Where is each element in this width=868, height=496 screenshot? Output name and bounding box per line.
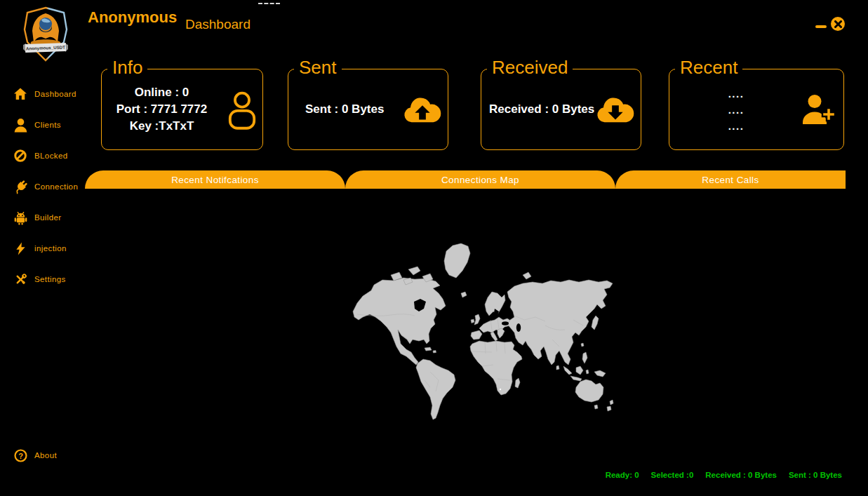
svg-text:?: ? (18, 451, 23, 460)
map-north-america (353, 278, 446, 365)
info-key: Key :TxTxT (130, 118, 194, 135)
question-icon: ? (13, 448, 28, 463)
tab-recent-notifications[interactable]: Recent Notifcations (85, 170, 345, 189)
sidebar-item-label: Clients (34, 121, 61, 129)
tab-connections-map[interactable]: Connections Map (345, 170, 615, 189)
cloud-download-icon (595, 93, 636, 126)
block-icon (13, 148, 28, 163)
person-outline-icon (227, 89, 257, 130)
map-south-america (416, 359, 455, 420)
recent-line: .... (728, 102, 745, 118)
map-australia (575, 380, 603, 402)
map-greenland (444, 243, 470, 278)
bolt-icon (13, 241, 28, 256)
person-icon (13, 117, 28, 133)
close-button[interactable] (831, 17, 845, 31)
recent-card: Recent .... .... .... (669, 69, 844, 150)
recent-line: .... (728, 118, 745, 134)
sent-value: Sent : 0 Bytes (305, 102, 384, 116)
tab-label: Connections Map (441, 175, 519, 185)
sidebar-item-label: Dashboard (34, 90, 76, 98)
android-icon (13, 210, 28, 225)
sidebar-item-about[interactable]: ? About (13, 447, 57, 464)
tab-label: Recent Calls (702, 175, 759, 185)
world-map (342, 241, 617, 421)
status-sent: Sent : 0 Bytes (789, 471, 842, 479)
received-value: Received : 0 Bytes (489, 102, 594, 116)
map-africa (470, 341, 522, 395)
sidebar-item-connection[interactable]: Connection (13, 178, 78, 195)
sidebar-item-label: Builder (34, 213, 62, 222)
app-window: Anonymous_USDT Anonymous Dashboard Dashb… (0, 0, 868, 496)
minimize-button[interactable] (815, 25, 827, 28)
sidebar-item-clients[interactable]: Clients (13, 116, 61, 133)
recent-line: .... (728, 86, 745, 102)
app-logo: Anonymous_USDT (14, 6, 77, 65)
person-add-icon (801, 93, 836, 126)
page-title: Dashboard (185, 17, 251, 32)
status-received: Received : 0 Bytes (705, 471, 777, 479)
sent-card: Sent Sent : 0 Bytes (288, 69, 448, 150)
sidebar-item-label: Settings (34, 275, 66, 283)
info-online: Online : 0 (135, 84, 189, 101)
tab-label: Recent Notifcations (171, 175, 259, 185)
sidebar-item-label: Connection (34, 182, 78, 191)
tab-recent-calls[interactable]: Recent Calls (615, 170, 846, 189)
status-bar: Ready: 0 Selected :0 Received : 0 Bytes … (606, 471, 842, 479)
status-selected: Selected :0 (651, 471, 694, 479)
cloud-upload-icon (402, 93, 443, 126)
sidebar-item-dashboard[interactable]: Dashboard (13, 86, 76, 102)
close-x-icon (834, 20, 842, 28)
sidebar-item-settings[interactable]: Settings (13, 271, 66, 288)
plug-icon (13, 179, 28, 194)
received-card: Received Received : 0 Bytes (481, 69, 641, 150)
info-card: Info Online : 0 Port : 7771 7772 Key :Tx… (101, 69, 263, 150)
sidebar-item-label: injection (34, 244, 67, 253)
status-ready: Ready: 0 (606, 471, 639, 479)
sidebar-item-label: BLocked (34, 152, 68, 160)
home-icon (13, 86, 28, 102)
app-title: Anonymous (88, 8, 177, 27)
info-port: Port : 7771 7772 (116, 101, 207, 118)
sidebar-item-builder[interactable]: Builder (13, 209, 62, 226)
focus-dashed-line (258, 3, 280, 4)
sidebar-item-label: About (34, 451, 57, 460)
map-marker-dot (500, 389, 501, 390)
tools-icon (13, 272, 28, 287)
sidebar-item-blocked[interactable]: BLocked (13, 147, 68, 164)
sidebar-item-injection[interactable]: injection (13, 240, 67, 257)
